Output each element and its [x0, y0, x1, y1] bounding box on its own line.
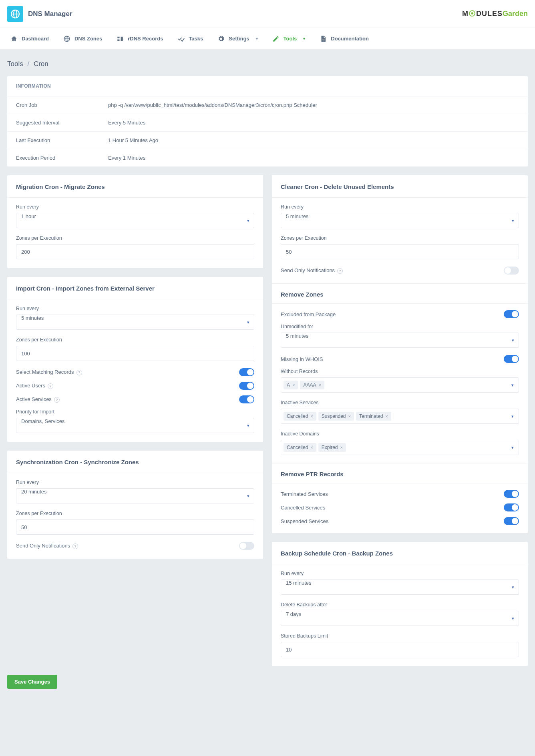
matching-switch[interactable]: [239, 368, 254, 376]
run-every-label: Run every: [16, 479, 254, 485]
nav-label: Settings: [229, 36, 249, 42]
backup-card: Backup Schedule Cron - Backup Zones Run …: [272, 542, 528, 666]
nav-settings[interactable]: Settings ▾: [210, 28, 265, 49]
breadcrumb: Tools / Cron: [7, 57, 528, 76]
nav-label: Dashboard: [22, 36, 49, 42]
info-value: 1 Hour 5 Minutes Ago: [108, 137, 158, 143]
breadcrumb-leaf: Cron: [34, 60, 48, 68]
excluded-switch[interactable]: [504, 310, 519, 318]
remove-tag-icon[interactable]: ×: [292, 383, 295, 387]
active-users-switch[interactable]: [239, 382, 254, 390]
active-services-switch[interactable]: [239, 395, 254, 403]
information-panel: INFORMATION Cron Job php -q /var/www/pub…: [7, 76, 528, 166]
notify-switch[interactable]: [239, 542, 254, 550]
remove-tag-icon[interactable]: ×: [340, 445, 343, 450]
remove-zones-title: Remove Zones: [272, 283, 528, 303]
remove-tag-icon[interactable]: ×: [310, 414, 313, 419]
document-icon: [320, 35, 327, 42]
help-icon[interactable]: ?: [72, 543, 78, 549]
chevron-down-icon: ▾: [511, 445, 514, 450]
info-row: Execution Period Every 1 Minutes: [7, 149, 528, 166]
save-button[interactable]: Save Changes: [7, 675, 57, 689]
brand-logo: M⦿DULESGarden: [462, 10, 528, 18]
svg-rect-8: [121, 36, 123, 41]
info-value: Every 1 Minutes: [108, 155, 145, 161]
tag: Suspended×: [318, 412, 354, 421]
chevron-down-icon: ▾: [511, 383, 514, 388]
card-title: Backup Schedule Cron - Backup Zones: [272, 542, 528, 564]
migration-card: Migration Cron - Migrate Zones Run every…: [7, 175, 263, 268]
priority-label: Priority for Import: [16, 409, 254, 415]
chevron-down-icon: ▾: [256, 36, 258, 41]
run-every-select[interactable]: 5 minutes: [281, 213, 519, 228]
unmodified-select[interactable]: 5 minutes: [281, 333, 519, 348]
nav-dnszones[interactable]: DNS Zones: [56, 28, 109, 49]
info-row: Last Execution 1 Hour 5 Minutes Ago: [7, 131, 528, 149]
navbar: Dashboard DNS Zones rDNS Records Tasks S…: [0, 28, 535, 50]
svg-rect-9: [322, 39, 325, 39]
zpe-input[interactable]: [16, 519, 254, 535]
info-row: Suggested Interval Every 5 Minutes: [7, 114, 528, 131]
inactive-services-multiselect[interactable]: Cancelled× Suspended× Terminated× ▾: [281, 409, 519, 424]
nav-tools[interactable]: Tools ▾: [265, 28, 313, 49]
run-every-select[interactable]: 5 minutes: [16, 315, 254, 330]
suspended-switch[interactable]: [504, 517, 519, 525]
nav-documentation[interactable]: Documentation: [312, 28, 376, 49]
without-records-multiselect[interactable]: A× AAAA× ▾: [281, 377, 519, 393]
run-every-select[interactable]: 15 minutes: [281, 580, 519, 595]
zpe-input[interactable]: [281, 244, 519, 259]
card-title: Synchronization Cron - Synchronize Zones: [7, 451, 263, 473]
app-title: DNS Manager: [28, 10, 72, 18]
run-every-label: Run every: [281, 571, 519, 576]
info-value: Every 5 Minutes: [108, 120, 145, 126]
help-icon[interactable]: ?: [337, 268, 343, 274]
nav-dashboard[interactable]: Dashboard: [3, 28, 56, 49]
svg-rect-7: [118, 39, 120, 41]
cleaner-card: Cleaner Cron - Delete Unused Elements Ru…: [272, 175, 528, 533]
run-every-label: Run every: [281, 204, 519, 210]
zpe-input[interactable]: [16, 244, 254, 259]
tag: Expired×: [318, 443, 346, 452]
notify-switch[interactable]: [504, 267, 519, 275]
remove-tag-icon[interactable]: ×: [318, 383, 321, 387]
whois-switch[interactable]: [504, 355, 519, 363]
inactive-domains-multiselect[interactable]: Cancelled× Expired× ▾: [281, 440, 519, 455]
info-label: Cron Job: [16, 102, 108, 108]
unmodified-label: Unmodified for: [281, 324, 519, 329]
cancelled-switch[interactable]: [504, 503, 519, 511]
terminated-label: Terminated Services: [281, 491, 328, 497]
limit-input[interactable]: [281, 642, 519, 657]
help-icon[interactable]: ?: [48, 383, 53, 389]
remove-tag-icon[interactable]: ×: [348, 414, 351, 419]
delete-after-select[interactable]: 7 days: [281, 611, 519, 626]
run-every-select[interactable]: 1 hour: [16, 213, 254, 228]
info-title: INFORMATION: [7, 76, 528, 96]
nav-rdns[interactable]: rDNS Records: [109, 28, 170, 49]
help-icon[interactable]: ?: [54, 397, 60, 403]
tag: Cancelled×: [284, 412, 316, 421]
zpe-label: Zones per Execution: [16, 337, 254, 343]
terminated-switch[interactable]: [504, 490, 519, 498]
nav-label: Documentation: [331, 36, 369, 42]
tag: Terminated×: [356, 412, 391, 421]
run-every-select[interactable]: 20 minutes: [16, 488, 254, 503]
breadcrumb-root[interactable]: Tools: [7, 60, 23, 68]
excluded-label: Excluded from Package: [281, 311, 336, 317]
priority-select[interactable]: Domains, Services: [16, 418, 254, 433]
active-services-label: Active Services: [16, 396, 52, 402]
suspended-label: Suspended Services: [281, 518, 328, 524]
tasks-icon: [177, 35, 185, 42]
nav-label: Tools: [284, 36, 297, 42]
remove-tag-icon[interactable]: ×: [385, 414, 388, 419]
zpe-label: Zones per Execution: [281, 235, 519, 241]
svg-rect-6: [118, 36, 120, 38]
remove-tag-icon[interactable]: ×: [310, 445, 313, 450]
zpe-input[interactable]: [16, 346, 254, 361]
info-label: Execution Period: [16, 155, 108, 161]
limit-label: Stored Backups Limit: [281, 633, 519, 639]
delete-after-label: Delete Backups after: [281, 602, 519, 608]
app-globe-icon: [7, 6, 23, 22]
card-title: Migration Cron - Migrate Zones: [7, 175, 263, 197]
nav-tasks[interactable]: Tasks: [170, 28, 210, 49]
help-icon[interactable]: ?: [76, 370, 82, 375]
